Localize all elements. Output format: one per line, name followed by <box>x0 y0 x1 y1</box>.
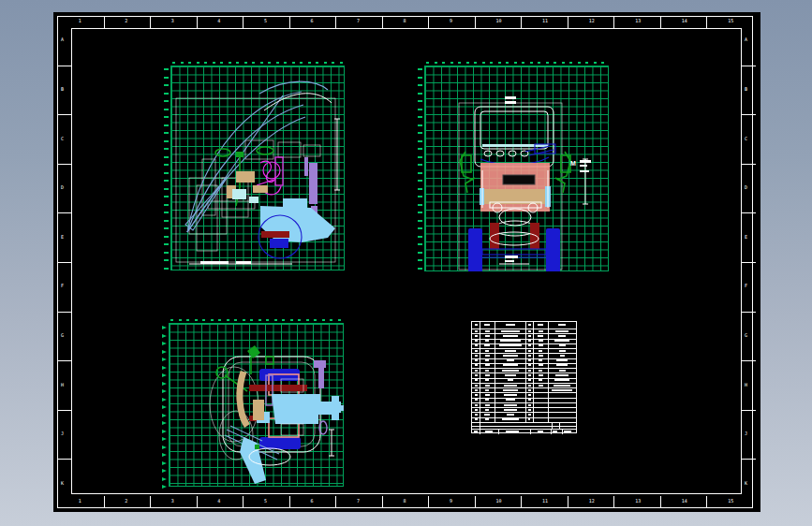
band-divider <box>742 312 756 313</box>
table-cell-text <box>528 355 531 357</box>
band-grid-reference: 15 <box>728 19 733 23</box>
band-grid-reference: F <box>745 284 747 288</box>
grid-left-tick-label <box>418 252 422 254</box>
grid-left-arrow-tick <box>162 326 167 329</box>
grid-top-tick-label <box>466 62 469 64</box>
grid-top-tick-label <box>435 62 437 64</box>
band-grid-reference: 2 <box>125 499 127 504</box>
grid-top-tick-label <box>229 62 231 64</box>
table-cell-text <box>528 370 531 372</box>
table-cell-text <box>475 344 478 346</box>
grid-left-tick-label <box>418 93 422 95</box>
front-view-drawing: M <box>424 66 609 271</box>
table-footer-divider <box>559 422 560 429</box>
grid-top-tick-label <box>300 62 303 64</box>
band-divider <box>382 496 383 508</box>
band-grid-reference: G <box>745 333 747 338</box>
band-grid-reference: K <box>745 481 747 486</box>
band-divider <box>568 496 568 508</box>
band-divider <box>150 16 151 28</box>
table-cell-text <box>504 409 517 411</box>
table-cell-text <box>556 359 568 361</box>
grid-top-tick-label <box>450 62 453 64</box>
band-divider <box>57 312 71 313</box>
grid-top-tick-label <box>243 319 245 321</box>
table-cell-text <box>528 389 531 391</box>
grid-left-arrow-tick <box>162 389 167 393</box>
grid-top-tick-label <box>308 62 311 64</box>
band-grid-reference: 15 <box>728 499 733 504</box>
band-divider <box>335 496 336 508</box>
grid-left-tick-label <box>164 77 169 79</box>
grid-left-tick-label <box>418 77 422 79</box>
band-divider <box>289 16 290 28</box>
table-cell-text <box>528 379 531 381</box>
band-divider <box>428 16 429 28</box>
band-grid-reference: C <box>745 137 747 141</box>
grid-left-tick-label <box>164 204 169 206</box>
table-cell-text <box>484 414 490 416</box>
band-grid-reference: H <box>61 383 64 387</box>
grid-top-tick-label <box>181 62 184 64</box>
table-cell-text <box>528 359 531 361</box>
table-cell-text <box>528 409 531 411</box>
table-cell-text <box>475 385 478 387</box>
band-grid-reference: 5 <box>264 19 267 23</box>
table-cell-text <box>503 364 518 366</box>
grid-left-arrow-tick <box>162 334 167 338</box>
grid-left-tick-label <box>418 196 422 197</box>
plan-view-drawing <box>169 323 344 487</box>
grid-top-tick-label <box>188 62 191 64</box>
grid-left-tick-label <box>164 212 169 213</box>
table-cell-text <box>485 340 489 342</box>
band-grid-reference: 4 <box>217 499 220 504</box>
grid-left-arrow-tick <box>162 405 167 409</box>
grid-top-tick-label <box>274 319 277 321</box>
grid-left-tick-label <box>164 180 169 182</box>
table-cell-text <box>539 359 542 361</box>
band-grid-reference: A <box>745 37 747 42</box>
band-grid-reference: 14 <box>682 19 687 23</box>
grid-top-tick-label <box>522 62 524 64</box>
band-grid-reference: 2 <box>125 19 127 23</box>
grid-top-tick-label <box>330 319 332 321</box>
grid-left-tick-label <box>418 84 422 86</box>
band-divider <box>742 114 756 115</box>
table-cell-text <box>501 330 520 332</box>
table-footer-text <box>474 431 478 433</box>
band-grid-reference: A <box>61 37 64 42</box>
band-grid-reference: D <box>61 185 64 190</box>
grid-top-tick-label <box>316 62 318 64</box>
cad-viewer-canvas[interactable]: 1234567891011121314151234567891011121314… <box>0 0 812 526</box>
grid-left-tick-label <box>418 227 422 229</box>
side-view-geometry <box>170 66 345 270</box>
grid-left-arrow-tick <box>162 366 167 370</box>
grid-top-tick-label <box>172 62 175 64</box>
band-divider <box>428 496 429 508</box>
grid-top-tick-label <box>197 62 199 64</box>
table-header-text <box>528 324 531 326</box>
table-row-line <box>472 422 576 423</box>
grid-top-tick-label <box>250 319 253 321</box>
table-cell-text <box>503 355 518 357</box>
band-divider <box>613 16 614 28</box>
table-cell-text <box>475 389 478 391</box>
grid-top-tick-label <box>195 319 198 321</box>
grid-left-arrow-tick <box>162 342 167 345</box>
band-grid-reference: J <box>745 431 747 436</box>
grid-top-tick-label <box>204 62 207 64</box>
grid-left-tick-label <box>164 164 169 166</box>
band-divider <box>706 16 707 28</box>
table-cell-text <box>475 414 478 416</box>
grid-left-tick-label <box>418 180 422 182</box>
table-cell-text <box>475 355 478 357</box>
grid-left-tick-label <box>164 100 169 102</box>
table-cell-text <box>475 335 478 337</box>
table-cell-text <box>485 330 490 332</box>
table-cell-text <box>485 409 489 411</box>
grid-top-tick-label <box>260 62 263 64</box>
grid-top-tick-label <box>482 62 485 64</box>
grid-top-tick-label <box>514 62 517 64</box>
table-footer-text <box>506 431 519 433</box>
grid-left-tick-label <box>164 236 169 238</box>
